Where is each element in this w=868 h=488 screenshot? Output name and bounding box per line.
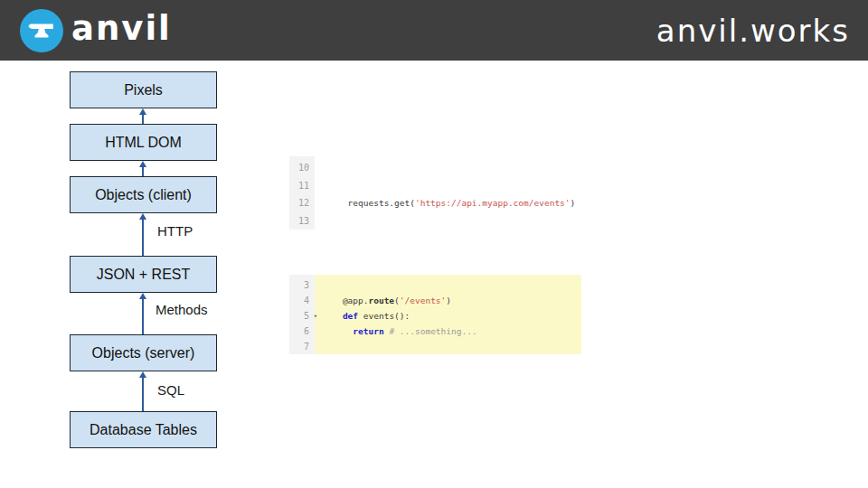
line-number: 4 <box>289 293 315 308</box>
code-token-plain: ) <box>446 296 451 305</box>
code-token-keyword: def <box>343 311 358 321</box>
stack-box-objects-server: Objects (server) <box>70 334 217 371</box>
code-line: return # ...something... <box>322 324 581 339</box>
code-token-plain <box>322 326 353 336</box>
code-token-plain: ) <box>571 198 576 208</box>
anvil-silhouette-icon <box>26 20 57 42</box>
code-token-plain: @app. <box>322 296 368 305</box>
line-number: 12 <box>289 194 315 212</box>
arrow-up-icon <box>138 293 147 334</box>
stack-box-objects-client: Objects (client) <box>70 176 217 213</box>
arrow-up-icon <box>138 161 147 176</box>
code-snippet-server: 345▾67 @app.route('/events') def events(… <box>289 275 581 354</box>
line-number: 5▾ <box>289 308 315 324</box>
code-line <box>322 339 581 354</box>
stack-box-json-rest: JSON + REST <box>70 256 217 293</box>
arrow-up-icon <box>138 108 147 124</box>
anvil-logo[interactable]: anvil <box>20 9 172 52</box>
code-token-plain: events(): <box>358 311 410 321</box>
stack-box-database-tables: Database Tables <box>70 411 217 448</box>
stack-box-pixels: Pixels <box>70 71 217 108</box>
code-area: requests.get('https://api.myapp.com/even… <box>315 156 575 230</box>
code-area: @app.route('/events') def events(): retu… <box>315 275 581 354</box>
line-number-gutter: 345▾67 <box>289 275 315 354</box>
line-number: 6 <box>289 324 315 339</box>
arrow-up-icon <box>138 371 147 411</box>
line-number: 3 <box>289 277 315 293</box>
anvil-logo-icon <box>20 9 63 52</box>
fold-arrow-icon[interactable]: ▾ <box>314 309 317 324</box>
slide: anvil anvil.works Pixels HTML DOM Object… <box>0 0 868 488</box>
code-snippet-client: 10111213 requests.get('https://api.myapp… <box>289 156 575 230</box>
code-line: requests.get('https://api.myapp.com/even… <box>322 194 575 212</box>
edge-label-methods: Methods <box>156 302 208 317</box>
code-token-comment: # ...something... <box>389 326 476 336</box>
code-token-string: 'https://api.myapp.com/events' <box>415 198 571 208</box>
code-token-func: route <box>368 296 394 305</box>
line-number: 7 <box>289 339 315 354</box>
line-number: 13 <box>289 212 315 230</box>
code-line <box>322 159 575 177</box>
code-token-keyword: return <box>353 326 383 336</box>
line-number: 11 <box>289 177 315 195</box>
logo-wordmark: anvil <box>71 9 172 48</box>
brand-domain-text[interactable]: anvil.works <box>656 13 850 49</box>
stack-box-html-dom: HTML DOM <box>70 124 217 161</box>
arrow-up-icon <box>138 213 147 256</box>
code-token-string: '/events' <box>400 296 446 305</box>
code-line <box>322 177 575 195</box>
header-bar: anvil anvil.works <box>0 0 868 61</box>
line-number: 10 <box>289 159 315 177</box>
code-token-plain: requests.get( <box>322 198 415 208</box>
code-token-plain <box>322 311 343 321</box>
code-line: def events(): <box>322 308 581 324</box>
code-line <box>322 212 575 230</box>
edge-label-sql: SQL <box>157 382 184 398</box>
code-line: @app.route('/events') <box>322 293 581 308</box>
code-line <box>322 277 581 293</box>
line-number-gutter: 10111213 <box>289 156 315 230</box>
edge-label-http: HTTP <box>157 223 193 239</box>
